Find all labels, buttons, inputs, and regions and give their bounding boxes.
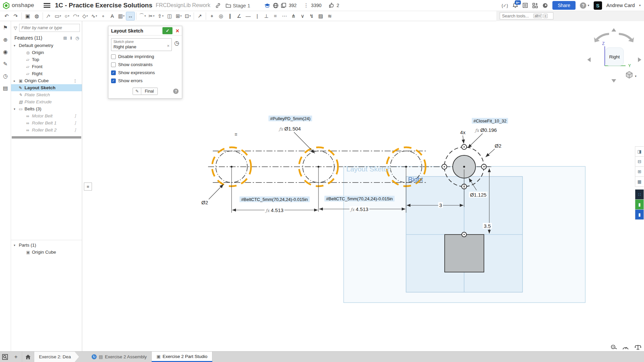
feature-flag-icon[interactable]: ⚑ bbox=[2, 24, 9, 31]
feature-belts-3[interactable]: ▾▭Belts (3) bbox=[11, 105, 82, 112]
canvas-features-toggle[interactable]: ≡ bbox=[84, 183, 92, 191]
folder-breadcrumb[interactable]: Stage 1 bbox=[233, 3, 250, 8]
midpoint-constraint-icon[interactable]: ⋯ bbox=[280, 12, 289, 20]
checkbox-row-show-expressions[interactable]: ✓Show expressions bbox=[111, 70, 179, 75]
symmetric-constraint-icon[interactable]: ⋔ bbox=[289, 12, 298, 20]
rollback-bar[interactable] bbox=[12, 136, 81, 139]
checkbox-row-show-constraints[interactable]: Show constraints bbox=[111, 62, 179, 67]
polygon-tool-icon[interactable]: ◇▾ bbox=[81, 12, 89, 20]
feature-right[interactable]: ▱Right bbox=[11, 70, 82, 77]
clear-selection-icon[interactable]: × bbox=[167, 43, 170, 48]
fix-constraint-icon[interactable]: ▨ bbox=[316, 12, 325, 20]
ai-assistant-icon[interactable] bbox=[542, 3, 548, 8]
final-button[interactable]: Final bbox=[141, 88, 157, 95]
main-menu-icon[interactable] bbox=[44, 3, 50, 8]
feature-default-geometry[interactable]: ▾Default geometry bbox=[11, 42, 82, 49]
sketch-mode-icon[interactable]: ✎ bbox=[133, 88, 141, 95]
design-handbook-icon[interactable]: ▮ bbox=[635, 199, 644, 210]
comments-icon[interactable]: ◉ bbox=[2, 48, 9, 55]
insert-marker-icon[interactable]: ⊕ bbox=[2, 36, 9, 43]
line-tool-icon[interactable]: ∕▾ bbox=[45, 12, 53, 20]
use-project-tool-icon[interactable]: ⇧▾ bbox=[156, 12, 165, 20]
slot-tool-icon[interactable]: ▥▾ bbox=[117, 12, 126, 20]
curvature-constraint-icon[interactable]: ≋ bbox=[326, 12, 334, 20]
feature-plate-extrude[interactable]: ▤Plate Extrude bbox=[11, 98, 82, 105]
accept-button[interactable]: ✓ bbox=[162, 27, 172, 34]
tab-exercise-2-dea[interactable]: Exercise 2: Dea bbox=[34, 352, 79, 362]
education-icon[interactable] bbox=[264, 3, 270, 8]
transform-tool-icon[interactable]: ↗ bbox=[196, 12, 204, 20]
app-store-panel-icon[interactable]: ∷ bbox=[635, 189, 644, 200]
vertical-constraint-icon[interactable]: | bbox=[253, 12, 261, 20]
sketch-plane-field[interactable]: Sketch plane Right plane × bbox=[111, 38, 172, 51]
undo-icon[interactable]: ↶ bbox=[2, 12, 11, 20]
cancel-button[interactable]: × bbox=[176, 28, 179, 34]
viewcube-menu-icon[interactable]: ▾ bbox=[626, 71, 637, 78]
checkbox-show-errors[interactable]: ✓ bbox=[111, 79, 116, 83]
normal-constraint-icon[interactable]: ∨ bbox=[298, 12, 307, 20]
feature-origin-cube[interactable]: ▣Origin Cube bbox=[11, 249, 82, 256]
horizontal-constraint-icon[interactable]: — bbox=[244, 12, 252, 20]
copies-icon[interactable] bbox=[281, 3, 286, 8]
feature-top[interactable]: ▱Top bbox=[11, 56, 82, 63]
arc-tool-icon[interactable]: ◠▾ bbox=[72, 12, 80, 20]
text-tool-icon[interactable]: A bbox=[108, 12, 116, 20]
tab-exercise-2-part-studio[interactable]: ▣ Exercise 2 Part Studio bbox=[152, 352, 212, 362]
notifications-bell-icon[interactable]: 9+ bbox=[512, 2, 518, 8]
feature-layout-sketch[interactable]: ✎Layout Sketch bbox=[11, 84, 82, 91]
concentric-constraint-icon[interactable]: ◎ bbox=[217, 12, 225, 20]
tree-caret-icon[interactable]: ▾ bbox=[14, 107, 19, 111]
rollback-pause-icon[interactable]: ‖ bbox=[70, 36, 72, 41]
pierce-constraint-icon[interactable]: ↯ bbox=[307, 12, 316, 20]
workspace-name[interactable]: FRCDesignLib Rework bbox=[156, 2, 210, 8]
dimension-ctc-1[interactable]: ƒx4.513 bbox=[264, 207, 284, 213]
checkbox-row-disable-imprinting[interactable]: Disable imprinting bbox=[111, 54, 179, 59]
view-cube[interactable]: Z Y Right ▾ bbox=[585, 26, 643, 85]
user-name[interactable]: Andrew Card bbox=[606, 3, 635, 8]
checkbox-show-constraints[interactable] bbox=[111, 62, 116, 67]
filter-funnel-icon[interactable]: ▽ bbox=[14, 25, 17, 31]
checkbox-row-show-errors[interactable]: ✓Show errors bbox=[111, 78, 179, 83]
thumbs-up-icon[interactable] bbox=[329, 3, 334, 8]
import-dxf-icon[interactable]: ⊡▾ bbox=[184, 12, 192, 20]
share-link-icon[interactable] bbox=[215, 3, 221, 8]
dimension-dia2-left[interactable]: Ø2 bbox=[200, 200, 209, 205]
feature-plate-sketch[interactable]: ✎Plate Sketch bbox=[11, 91, 82, 98]
add-tab-button[interactable]: + bbox=[10, 352, 22, 362]
perpendicular-constraint-icon[interactable]: ⊥ bbox=[262, 12, 270, 20]
usage-icon[interactable]: ⋮ bbox=[304, 2, 309, 8]
public-globe-icon[interactable] bbox=[273, 3, 279, 8]
copy-paste-sketch-icon[interactable]: ▣ bbox=[23, 12, 32, 20]
rollback-clock-icon[interactable]: ◷ bbox=[174, 40, 179, 47]
chevron-down-icon[interactable]: ▾ bbox=[14, 244, 19, 247]
units-scale-icon[interactable] bbox=[634, 344, 642, 352]
equal-constraint-icon[interactable]: = bbox=[271, 12, 280, 20]
dimension-bore-dia[interactable]: Ø1.125 bbox=[469, 192, 487, 198]
search-tools-box[interactable]: alt+/ c bbox=[500, 12, 553, 19]
feature-menu-icon[interactable]: ⋮ bbox=[73, 114, 77, 118]
spline-tool-icon[interactable]: ∿▾ bbox=[90, 12, 98, 20]
redo-icon[interactable]: ↷ bbox=[11, 12, 20, 20]
feature-roller-belt-2[interactable]: ∞Roller Belt 2⋮ bbox=[11, 126, 82, 134]
bom-panel-icon[interactable]: ▦ bbox=[635, 176, 644, 187]
dimension-pulley-dia[interactable]: ƒxØ1.504 bbox=[278, 126, 302, 132]
learning-center-icon[interactable]: ▮ bbox=[635, 209, 644, 220]
onshape-logo[interactable]: onshape bbox=[0, 2, 38, 9]
dimension-height[interactable]: 3.5 bbox=[483, 223, 492, 229]
user-chevron-down-icon[interactable]: ▾ bbox=[639, 4, 641, 7]
document-title[interactable]: 1C - Practice Exercise Solutions bbox=[55, 2, 152, 9]
mirror-tool-icon[interactable]: ◫ bbox=[165, 12, 174, 20]
checkbox-show-expressions[interactable]: ✓ bbox=[111, 70, 116, 75]
sketch-geometry[interactable] bbox=[0, 0, 644, 362]
feature-history-icon[interactable]: ◷ bbox=[76, 36, 79, 41]
coincident-constraint-icon[interactable]: ⌖ bbox=[208, 12, 216, 20]
search-tools-input[interactable] bbox=[501, 13, 532, 19]
notes-icon[interactable]: ✎ bbox=[2, 60, 9, 67]
feature-front[interactable]: ▱Front bbox=[11, 63, 82, 70]
parallel-constraint-icon[interactable]: ∥ bbox=[226, 12, 234, 20]
apps-grid-icon[interactable] bbox=[532, 3, 538, 8]
insert-image-icon[interactable]: ◍ bbox=[33, 12, 41, 20]
create-folder-icon[interactable]: ⊞ bbox=[63, 36, 67, 41]
sketch-canvas[interactable]: Layout Sketch Right #PulleyPD_5mm(24) ƒx… bbox=[0, 0, 644, 362]
feature-motor-belt[interactable]: ∞Motor Belt⋮ bbox=[11, 112, 82, 119]
